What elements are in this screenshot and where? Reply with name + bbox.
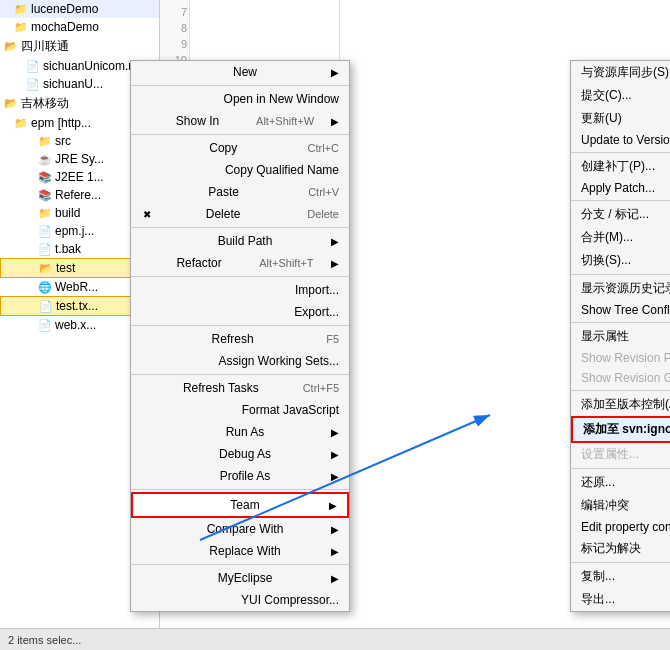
menu-item-26[interactable]: Compare With▶ [131, 518, 349, 540]
menu-arrow-11: ▶ [331, 258, 339, 269]
menu-label-29: MyEclipse [218, 571, 273, 585]
svn-item-23[interactable]: 还原... [571, 471, 670, 494]
tree-label-12: epm.j... [55, 224, 94, 238]
menu-item-11[interactable]: RefactorAlt+Shift+T▶ [131, 252, 349, 274]
menu-item-22[interactable]: Debug As▶ [131, 443, 349, 465]
menu-label-11: Refactor [176, 256, 221, 270]
svn-item-5[interactable]: 创建补丁(P)... [571, 155, 670, 178]
tree-label-0: luceneDemo [31, 2, 98, 16]
svn-item-2[interactable]: 更新(U) [571, 107, 670, 130]
svn-item-17[interactable]: Show Revision Graph [571, 368, 670, 388]
menu-icon-27 [139, 543, 155, 559]
svn-item-24[interactable]: 编辑冲突 [571, 494, 670, 517]
tree-label-2: 四川联通 [21, 38, 69, 55]
svn-item-9[interactable]: 合并(M)... [571, 226, 670, 249]
svn-item-28[interactable]: 复制... [571, 565, 670, 588]
svn-item-25[interactable]: Edit property conflicts... [571, 517, 670, 537]
menu-icon-3 [139, 113, 155, 129]
svn-item-13[interactable]: Show Tree Conflicts [571, 300, 670, 320]
svn-submenu[interactable]: 与资源库同步(S)提交(C)...更新(U)Update to Version.… [570, 60, 670, 612]
menu-icon-30 [139, 592, 155, 608]
menu-arrow-21: ▶ [331, 427, 339, 438]
menu-item-3[interactable]: Show InAlt+Shift+W▶ [131, 110, 349, 132]
menu-item-13[interactable]: Import... [131, 279, 349, 301]
tree-icon-11: 📁 [38, 207, 52, 220]
menu-item-6[interactable]: Copy Qualified Name [131, 159, 349, 181]
menu-label-7: Paste [208, 185, 239, 199]
menu-icon-8: ✖ [139, 206, 155, 222]
menu-item-20[interactable]: Format JavaScript [131, 399, 349, 421]
svn-item-12[interactable]: 显示资源历史记录(H) [571, 277, 670, 300]
menu-item-30[interactable]: YUI Compressor... [131, 589, 349, 611]
menu-item-14[interactable]: Export... [131, 301, 349, 323]
menu-icon-19 [139, 380, 155, 396]
menu-item-29[interactable]: MyEclipse▶ [131, 567, 349, 589]
menu-label-0: New [233, 65, 257, 79]
svn-item-0[interactable]: 与资源库同步(S) [571, 61, 670, 84]
menu-arrow-26: ▶ [331, 524, 339, 535]
tree-label-13: t.bak [55, 242, 81, 256]
menu-item-23[interactable]: Profile As▶ [131, 465, 349, 487]
menu-label-30: YUI Compressor... [241, 593, 339, 607]
menu-item-27[interactable]: Replace With▶ [131, 540, 349, 562]
menu-separator-18 [131, 374, 349, 375]
svn-item-8[interactable]: 分支 / 标记... [571, 203, 670, 226]
menu-separator-9 [131, 227, 349, 228]
menu-item-25[interactable]: Team▶ [131, 492, 349, 518]
menu-label-26: Compare With [207, 522, 284, 536]
svn-item-19[interactable]: 添加至版本控制(A) [571, 393, 670, 416]
menu-arrow-10: ▶ [331, 236, 339, 247]
menu-item-2[interactable]: Open in New Window [131, 88, 349, 110]
menu-item-8[interactable]: ✖DeleteDelete [131, 203, 349, 225]
menu-icon-23 [139, 468, 155, 484]
svn-item-10[interactable]: 切换(S)... [571, 249, 670, 272]
menu-icon-2 [139, 91, 155, 107]
svn-item-26[interactable]: 标记为解决 [571, 537, 670, 560]
status-text: 2 items selec... [8, 634, 81, 646]
svn-item-15[interactable]: 显示属性 [571, 325, 670, 348]
menu-label-22: Debug As [219, 447, 271, 461]
menu-shortcut-19: Ctrl+F5 [303, 382, 339, 394]
tree-item-0[interactable]: 📁luceneDemo [0, 0, 159, 18]
svn-item-21[interactable]: 设置属性... [571, 443, 670, 466]
tree-icon-2: 📂 [4, 40, 18, 53]
menu-label-27: Replace With [209, 544, 280, 558]
menu-shortcut-16: F5 [326, 333, 339, 345]
menu-icon-13 [139, 282, 155, 298]
menu-separator-15 [131, 325, 349, 326]
tree-icon-16: 📄 [39, 300, 53, 313]
menu-icon-16 [139, 331, 155, 347]
tree-icon-17: 📄 [38, 319, 52, 332]
line-number: 7 [162, 4, 187, 20]
menu-item-19[interactable]: Refresh TasksCtrl+F5 [131, 377, 349, 399]
svn-item-29[interactable]: 导出... [571, 588, 670, 611]
svn-separator-11 [571, 274, 670, 275]
svn-item-3[interactable]: Update to Version... [571, 130, 670, 150]
tree-label-1: mochaDemo [31, 20, 99, 34]
menu-icon-5 [139, 140, 155, 156]
tree-icon-7: 📁 [38, 135, 52, 148]
context-menu[interactable]: New▶Open in New WindowShow InAlt+Shift+W… [130, 60, 350, 612]
menu-icon-20 [139, 402, 155, 418]
menu-item-16[interactable]: RefreshF5 [131, 328, 349, 350]
tree-label-9: J2EE 1... [55, 170, 104, 184]
menu-item-7[interactable]: PasteCtrl+V [131, 181, 349, 203]
menu-label-25: Team [230, 498, 259, 512]
svn-item-16[interactable]: Show Revision Properties [571, 348, 670, 368]
svn-separator-22 [571, 468, 670, 469]
menu-item-21[interactable]: Run As▶ [131, 421, 349, 443]
tree-item-1[interactable]: 📁mochaDemo [0, 18, 159, 36]
menu-item-0[interactable]: New▶ [131, 61, 349, 83]
tree-item-2[interactable]: 📂四川联通 [0, 36, 159, 57]
menu-label-3: Show In [176, 114, 219, 128]
menu-icon-11 [139, 255, 155, 271]
tree-label-5: 吉林移动 [21, 95, 69, 112]
menu-item-17[interactable]: Assign Working Sets... [131, 350, 349, 372]
menu-icon-21 [139, 424, 155, 440]
svn-item-1[interactable]: 提交(C)... [571, 84, 670, 107]
menu-item-5[interactable]: CopyCtrl+C [131, 137, 349, 159]
menu-item-10[interactable]: Build Path▶ [131, 230, 349, 252]
svn-item-6[interactable]: Apply Patch... [571, 178, 670, 198]
menu-icon-7 [139, 184, 155, 200]
svn-item-20[interactable]: 添加至 svn:ignore (D) [571, 416, 670, 443]
